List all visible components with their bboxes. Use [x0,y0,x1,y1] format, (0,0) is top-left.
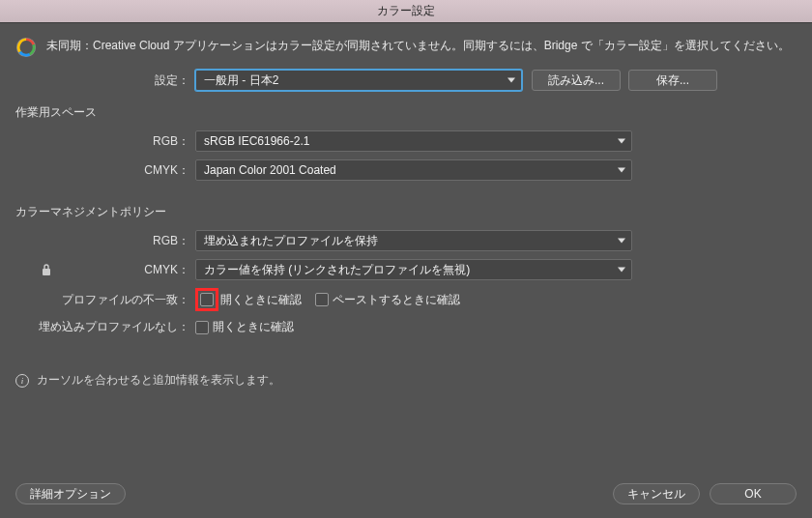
workspace-rgb-select[interactable]: sRGB IEC61966-2.1 [195,130,632,152]
missing-profile-label: 埋め込みプロファイルなし： [15,319,195,335]
sync-status-text: 未同期：Creative Cloud アプリケーションはカラー設定が同期されてい… [46,37,797,55]
policy-heading: カラーマネジメントポリシー [15,204,797,220]
chevron-down-icon [508,78,515,83]
save-button[interactable]: 保存... [628,70,717,91]
advanced-options-button[interactable]: 詳細オプション [15,483,126,504]
settings-label: 設定： [15,72,195,89]
policy-rgb-select[interactable]: 埋め込まれたプロファイルを保持 [195,230,632,251]
profile-mismatch-label: プロファイルの不一致： [15,292,195,308]
settings-select[interactable]: 一般用 - 日本2 [195,70,522,91]
workspace-cmyk-label: CMYK： [15,162,195,179]
policy-cmyk-select[interactable]: カラー値を保持 (リンクされたプロファイルを無視) [195,259,632,280]
window-titlebar: カラー設定 [0,0,812,23]
policy-rgb-label: RGB： [15,233,195,249]
chevron-down-icon [618,168,625,173]
missing-open-checkbox[interactable] [195,321,209,334]
cloud-sync-icon [15,37,37,58]
info-icon: i [15,374,29,388]
info-hint-text: カーソルを合わせると追加情報を表示します。 [37,372,280,388]
chevron-down-icon [618,239,625,244]
mismatch-open-label[interactable]: 開くときに確認 [220,292,302,308]
mismatch-open-checkbox[interactable] [200,293,214,306]
cancel-button[interactable]: キャンセル [613,483,700,504]
workspace-cmyk-select[interactable]: Japan Color 2001 Coated [195,159,632,181]
ok-button[interactable]: OK [710,483,797,504]
window-title: カラー設定 [377,3,435,19]
workspace-rgb-label: RGB： [15,133,195,150]
workspace-heading: 作業用スペース [15,104,797,121]
svg-rect-1 [43,269,50,275]
mismatch-paste-checkbox[interactable] [315,293,329,306]
mismatch-paste-label[interactable]: ペーストするときに確認 [315,292,460,308]
chevron-down-icon [618,268,625,273]
highlight-marker [195,288,218,311]
missing-open-label[interactable]: 開くときに確認 [195,319,294,335]
lock-icon [41,263,52,276]
chevron-down-icon [618,139,625,144]
load-button[interactable]: 読み込み... [532,70,621,91]
